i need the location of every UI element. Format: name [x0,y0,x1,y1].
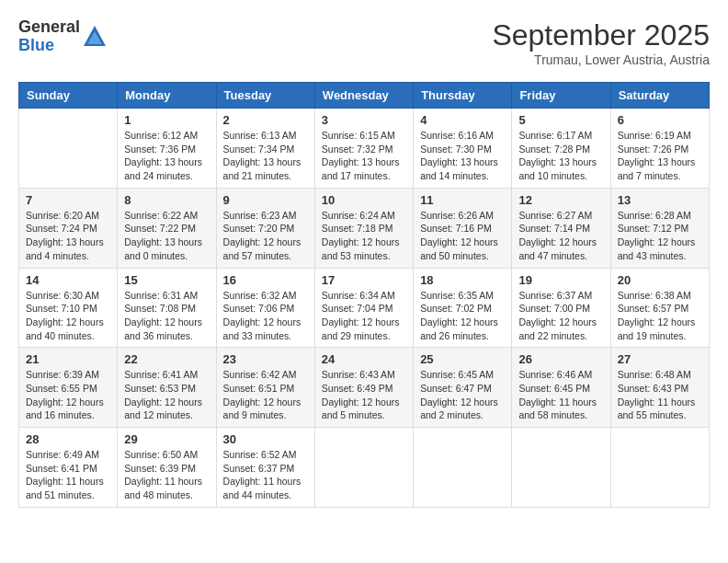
day-number: 22 [124,352,209,366]
day-info: Sunrise: 6:20 AM Sunset: 7:24 PM Dayligh… [26,209,110,263]
weekday-header: Thursday [414,83,512,109]
calendar-week-row: 28Sunrise: 6:49 AM Sunset: 6:41 PM Dayli… [19,428,710,508]
day-info: Sunrise: 6:13 AM Sunset: 7:34 PM Dayligh… [223,129,308,183]
calendar-cell: 12Sunrise: 6:27 AM Sunset: 7:14 PM Dayli… [512,188,610,268]
day-number: 19 [518,273,603,287]
calendar-header-row: SundayMondayTuesdayWednesdayThursdayFrid… [19,83,710,109]
calendar-cell: 17Sunrise: 6:34 AM Sunset: 7:04 PM Dayli… [314,268,413,348]
logo-general: General [18,18,80,37]
title-block: September 2025 Trumau, Lower Austria, Au… [492,18,710,67]
day-number: 6 [618,113,702,127]
calendar-cell: 28Sunrise: 6:49 AM Sunset: 6:41 PM Dayli… [19,428,118,508]
day-number: 5 [518,113,603,127]
day-info: Sunrise: 6:49 AM Sunset: 6:41 PM Dayligh… [26,448,110,502]
calendar-cell: 2Sunrise: 6:13 AM Sunset: 7:34 PM Daylig… [216,109,314,189]
calendar-cell: 24Sunrise: 6:43 AM Sunset: 6:49 PM Dayli… [314,348,413,428]
calendar-cell [610,428,709,508]
day-info: Sunrise: 6:22 AM Sunset: 7:22 PM Dayligh… [124,209,209,263]
day-info: Sunrise: 6:45 AM Sunset: 6:47 PM Dayligh… [420,368,505,422]
day-info: Sunrise: 6:26 AM Sunset: 7:16 PM Dayligh… [420,209,505,263]
calendar-cell [314,428,413,508]
day-info: Sunrise: 6:17 AM Sunset: 7:28 PM Dayligh… [518,129,603,183]
page-header: General Blue September 2025 Trumau, Lowe… [18,18,710,67]
calendar-cell: 8Sunrise: 6:22 AM Sunset: 7:22 PM Daylig… [118,188,216,268]
calendar-cell: 11Sunrise: 6:26 AM Sunset: 7:16 PM Dayli… [414,188,512,268]
day-number: 23 [223,352,308,366]
day-info: Sunrise: 6:24 AM Sunset: 7:18 PM Dayligh… [322,209,406,263]
weekday-header: Wednesday [314,83,413,109]
day-info: Sunrise: 6:46 AM Sunset: 6:45 PM Dayligh… [518,368,603,422]
day-number: 29 [124,432,209,446]
day-info: Sunrise: 6:42 AM Sunset: 6:51 PM Dayligh… [223,368,308,422]
day-info: Sunrise: 6:27 AM Sunset: 7:14 PM Dayligh… [518,209,603,263]
day-number: 27 [618,352,702,366]
logo: General Blue [18,18,108,55]
calendar-table: SundayMondayTuesdayWednesdayThursdayFrid… [18,82,710,508]
day-number: 8 [124,193,209,207]
day-info: Sunrise: 6:28 AM Sunset: 7:12 PM Dayligh… [618,209,702,263]
day-number: 11 [420,193,505,207]
day-number: 4 [420,113,505,127]
calendar-cell: 18Sunrise: 6:35 AM Sunset: 7:02 PM Dayli… [414,268,512,348]
calendar-cell: 20Sunrise: 6:38 AM Sunset: 6:57 PM Dayli… [610,268,709,348]
weekday-header: Monday [118,83,216,109]
day-number: 28 [26,432,110,446]
calendar-cell: 14Sunrise: 6:30 AM Sunset: 7:10 PM Dayli… [19,268,118,348]
day-info: Sunrise: 6:52 AM Sunset: 6:37 PM Dayligh… [223,448,308,502]
day-info: Sunrise: 6:30 AM Sunset: 7:10 PM Dayligh… [26,289,110,343]
day-info: Sunrise: 6:48 AM Sunset: 6:43 PM Dayligh… [618,368,702,422]
day-info: Sunrise: 6:12 AM Sunset: 7:36 PM Dayligh… [124,129,209,183]
day-info: Sunrise: 6:35 AM Sunset: 7:02 PM Dayligh… [420,289,505,343]
calendar-cell: 9Sunrise: 6:23 AM Sunset: 7:20 PM Daylig… [216,188,314,268]
day-info: Sunrise: 6:16 AM Sunset: 7:30 PM Dayligh… [420,129,505,183]
day-info: Sunrise: 6:32 AM Sunset: 7:06 PM Dayligh… [223,289,308,343]
calendar-cell: 10Sunrise: 6:24 AM Sunset: 7:18 PM Dayli… [314,188,413,268]
calendar-cell [414,428,512,508]
calendar-cell: 25Sunrise: 6:45 AM Sunset: 6:47 PM Dayli… [414,348,512,428]
day-number: 3 [322,113,406,127]
day-info: Sunrise: 6:41 AM Sunset: 6:53 PM Dayligh… [124,368,209,422]
day-number: 7 [26,193,110,207]
day-number: 2 [223,113,308,127]
calendar-cell: 6Sunrise: 6:19 AM Sunset: 7:26 PM Daylig… [610,109,709,189]
day-number: 13 [618,193,702,207]
day-number: 9 [223,193,308,207]
calendar-week-row: 14Sunrise: 6:30 AM Sunset: 7:10 PM Dayli… [19,268,710,348]
day-info: Sunrise: 6:39 AM Sunset: 6:55 PM Dayligh… [26,368,110,422]
day-number: 17 [322,273,406,287]
day-number: 25 [420,352,505,366]
day-number: 15 [124,273,209,287]
day-number: 30 [223,432,308,446]
calendar-cell: 15Sunrise: 6:31 AM Sunset: 7:08 PM Dayli… [118,268,216,348]
logo-icon [82,24,108,50]
calendar-cell: 27Sunrise: 6:48 AM Sunset: 6:43 PM Dayli… [610,348,709,428]
day-number: 14 [26,273,110,287]
day-number: 18 [420,273,505,287]
weekday-header: Sunday [19,83,118,109]
calendar-cell: 16Sunrise: 6:32 AM Sunset: 7:06 PM Dayli… [216,268,314,348]
calendar-cell: 21Sunrise: 6:39 AM Sunset: 6:55 PM Dayli… [19,348,118,428]
day-number: 10 [322,193,406,207]
weekday-header: Tuesday [216,83,314,109]
day-info: Sunrise: 6:31 AM Sunset: 7:08 PM Dayligh… [124,289,209,343]
calendar-cell: 26Sunrise: 6:46 AM Sunset: 6:45 PM Dayli… [512,348,610,428]
calendar-cell: 1Sunrise: 6:12 AM Sunset: 7:36 PM Daylig… [118,109,216,189]
calendar-cell [512,428,610,508]
logo-blue: Blue [18,37,80,55]
calendar-cell: 13Sunrise: 6:28 AM Sunset: 7:12 PM Dayli… [610,188,709,268]
calendar-cell: 23Sunrise: 6:42 AM Sunset: 6:51 PM Dayli… [216,348,314,428]
calendar-week-row: 7Sunrise: 6:20 AM Sunset: 7:24 PM Daylig… [19,188,710,268]
day-number: 1 [124,113,209,127]
calendar-cell [19,109,118,189]
day-number: 12 [518,193,603,207]
weekday-header: Friday [512,83,610,109]
day-info: Sunrise: 6:43 AM Sunset: 6:49 PM Dayligh… [322,368,406,422]
calendar-cell: 5Sunrise: 6:17 AM Sunset: 7:28 PM Daylig… [512,109,610,189]
month-title: September 2025 [492,18,710,52]
calendar-cell: 3Sunrise: 6:15 AM Sunset: 7:32 PM Daylig… [314,109,413,189]
day-number: 24 [322,352,406,366]
day-info: Sunrise: 6:37 AM Sunset: 7:00 PM Dayligh… [518,289,603,343]
calendar-cell: 22Sunrise: 6:41 AM Sunset: 6:53 PM Dayli… [118,348,216,428]
calendar-cell: 4Sunrise: 6:16 AM Sunset: 7:30 PM Daylig… [414,109,512,189]
day-info: Sunrise: 6:23 AM Sunset: 7:20 PM Dayligh… [223,209,308,263]
